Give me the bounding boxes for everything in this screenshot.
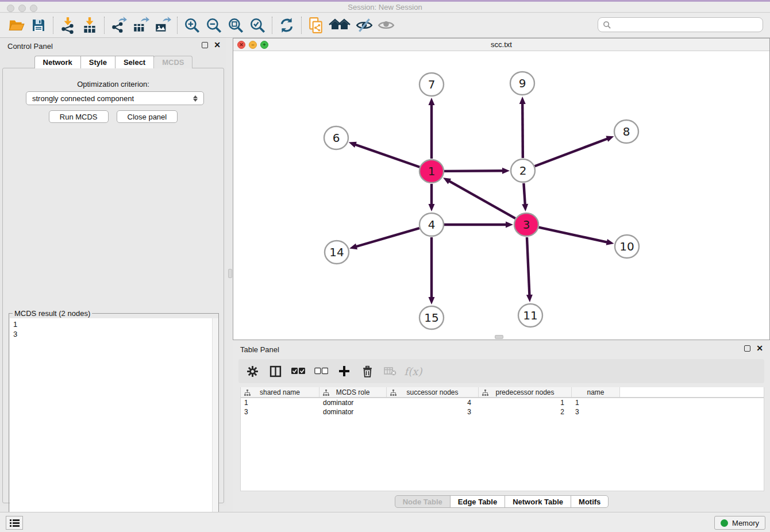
cell-name[interactable]: 3	[572, 407, 620, 417]
criterion-value: strongly connected component	[32, 94, 134, 103]
graph-node-8[interactable]: 8	[614, 120, 638, 143]
memory-button[interactable]: Memory	[714, 516, 765, 530]
open-file-icon[interactable]	[6, 16, 28, 35]
settings-gear-icon[interactable]	[245, 364, 259, 378]
tree-column-icon	[390, 390, 396, 396]
zoom-selected-icon[interactable]	[247, 16, 268, 35]
run-mcds-button[interactable]: Run MCDS	[49, 110, 109, 123]
delete-column-icon[interactable]	[360, 364, 374, 378]
tab-network-table[interactable]: Network Table	[505, 495, 571, 508]
graph-edge-3-11[interactable]	[526, 237, 533, 302]
import-table-icon[interactable]	[79, 16, 101, 35]
cell-mcds-role[interactable]: dominator	[319, 407, 387, 417]
show-all-icon[interactable]	[375, 16, 397, 35]
graph-node-6[interactable]: 6	[324, 126, 348, 149]
search-input[interactable]	[611, 19, 763, 30]
graph-edge-1-6[interactable]	[349, 142, 420, 167]
application-window: Session: New Session	[0, 0, 770, 532]
graph-edge-1-7[interactable]	[429, 98, 435, 159]
graph-node-9[interactable]: 9	[510, 72, 534, 95]
select-stepper-icon	[193, 95, 198, 102]
graph-node-2[interactable]: 2	[511, 159, 535, 182]
graph-edge-1-4[interactable]	[429, 184, 435, 211]
cell-predecessor-nodes[interactable]: 2	[479, 407, 572, 417]
graph-edge-4-3[interactable]	[444, 222, 513, 228]
show-column-icon[interactable]	[268, 364, 282, 378]
horizontal-splitter-handle[interactable]	[495, 335, 503, 339]
mcds-result-text: 1 3	[10, 318, 218, 529]
graph-edge-2-8[interactable]	[535, 136, 614, 167]
close-table-panel-icon[interactable]: ✕	[756, 345, 763, 352]
tab-style[interactable]: Style	[80, 56, 116, 68]
graph-node-10[interactable]: 10	[615, 235, 639, 258]
mcds-result-legend: MCDS result (2 nodes)	[13, 309, 92, 318]
tab-edge-table[interactable]: Edge Table	[450, 495, 505, 508]
toolbar-separator	[301, 17, 302, 34]
column-header-successor-nodes[interactable]: successor nodes	[387, 387, 479, 397]
graph-node-11[interactable]: 11	[518, 304, 542, 327]
graph-node-1[interactable]: 1	[419, 160, 444, 183]
tab-motifs[interactable]: Motifs	[571, 495, 609, 508]
graph-node-3[interactable]: 3	[514, 213, 538, 236]
hide-selected-icon[interactable]	[353, 16, 375, 35]
graph-edge-4-15[interactable]	[429, 237, 435, 304]
save-session-icon[interactable]	[28, 16, 49, 35]
unselect-all-columns-icon[interactable]	[314, 364, 328, 378]
graph-edge-3-1[interactable]	[443, 178, 515, 218]
zoom-in-icon[interactable]	[181, 16, 203, 35]
table-row[interactable]: 1 dominator 4 1 1	[241, 398, 764, 407]
cell-successor-nodes[interactable]: 4	[387, 398, 479, 407]
svg-text:15: 15	[424, 311, 438, 325]
delete-table-icon[interactable]	[383, 364, 397, 378]
graph-node-7[interactable]: 7	[419, 73, 444, 96]
cell-mcds-role[interactable]: dominator	[319, 398, 387, 407]
close-panel-button[interactable]: Close panel	[117, 110, 178, 123]
column-header-mcds-role[interactable]: MCDS role	[319, 387, 387, 397]
zoom-out-icon[interactable]	[203, 16, 225, 35]
result-line: 3	[13, 329, 214, 339]
export-network-icon[interactable]	[108, 16, 130, 35]
table-toolbar: f(x)	[238, 359, 764, 383]
cell-successor-nodes[interactable]: 3	[387, 407, 479, 417]
result-scrollbar[interactable]	[212, 318, 218, 529]
float-table-panel-icon[interactable]	[744, 345, 750, 352]
graph-edge-1-2[interactable]	[444, 168, 510, 174]
column-header-shared-name[interactable]: shared name	[241, 387, 319, 397]
function-builder-icon[interactable]: f(x)	[406, 364, 420, 378]
criterion-select[interactable]: strongly connected component	[26, 91, 204, 105]
float-panel-icon[interactable]	[202, 42, 208, 48]
graph-node-14[interactable]: 14	[325, 241, 349, 264]
tab-node-table[interactable]: Node Table	[395, 495, 451, 508]
column-header-name[interactable]: name	[572, 387, 620, 397]
copy-network-icon[interactable]	[305, 16, 327, 35]
graph-edge-4-14[interactable]	[349, 228, 419, 249]
close-panel-icon[interactable]: ✕	[214, 42, 221, 48]
cell-predecessor-nodes[interactable]: 1	[479, 398, 572, 407]
graph-edge-2-9[interactable]	[519, 97, 526, 158]
tab-select[interactable]: Select	[115, 56, 154, 68]
add-column-icon[interactable]	[337, 364, 351, 378]
search-field[interactable]	[598, 17, 763, 32]
column-header-predecessor-nodes[interactable]: predecessor nodes	[479, 387, 572, 397]
task-history-button[interactable]	[6, 516, 23, 530]
vertical-splitter-handle[interactable]	[228, 269, 232, 278]
table-row[interactable]: 3 dominator 3 2 3	[241, 407, 764, 417]
network-canvas[interactable]: 7968124314101511	[233, 51, 769, 340]
graph-node-4[interactable]: 4	[419, 213, 444, 236]
refresh-icon[interactable]	[276, 16, 298, 35]
cell-shared-name[interactable]: 1	[241, 398, 319, 407]
graph-edge-3-10[interactable]	[538, 228, 614, 245]
select-all-columns-icon[interactable]	[291, 364, 305, 378]
export-image-icon[interactable]	[152, 16, 174, 35]
export-table-icon[interactable]	[130, 16, 152, 35]
graph-edge-2-3[interactable]	[522, 183, 528, 211]
tab-mcds[interactable]: MCDS	[153, 56, 192, 68]
mcds-result-box: MCDS result (2 nodes) 1 3	[9, 313, 219, 530]
graph-node-15[interactable]: 15	[419, 306, 444, 329]
cell-shared-name[interactable]: 3	[241, 407, 319, 417]
tab-network[interactable]: Network	[34, 56, 81, 68]
home-layout-icon[interactable]	[327, 16, 353, 35]
import-network-icon[interactable]	[57, 16, 79, 35]
zoom-fit-icon[interactable]	[225, 16, 247, 35]
cell-name[interactable]: 1	[572, 398, 620, 407]
